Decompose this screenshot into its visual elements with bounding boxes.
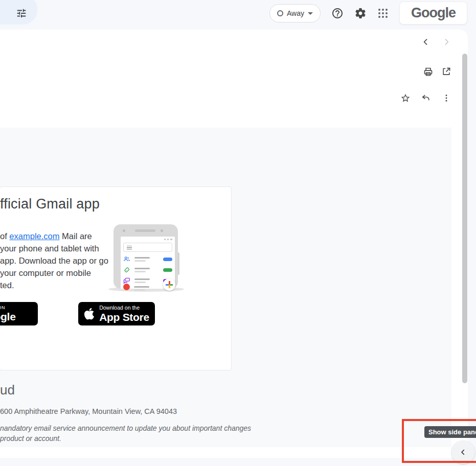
play-badge-main-text: Google Play xyxy=(0,311,38,335)
status-away-dropdown[interactable]: Away xyxy=(269,4,321,22)
phone-illustration xyxy=(111,224,183,294)
print-button[interactable] xyxy=(420,63,436,80)
phone-speaker-bar xyxy=(135,229,155,232)
row-text-lines xyxy=(134,268,150,272)
paragraph-line: your computer or mobile xyxy=(0,267,108,279)
row-text-lines xyxy=(134,286,149,291)
red-dot-icon xyxy=(123,284,130,290)
google-logo: Google xyxy=(411,5,456,21)
line1-pre: of xyxy=(0,231,9,241)
multicolor-plus-icon xyxy=(166,281,173,288)
footer-note-line: nandatory email service announcement to … xyxy=(0,424,251,432)
app-store-badge[interactable]: Download on the App Store xyxy=(78,302,155,325)
footer-address: 600 Amphitheatre Parkway, Mountain View,… xyxy=(0,407,177,415)
reply-button[interactable] xyxy=(418,90,434,106)
scrollbar-thumb[interactable] xyxy=(462,54,467,383)
green-pill xyxy=(163,268,172,272)
apps-button[interactable] xyxy=(375,6,391,21)
promo-heading: fficial Gmail app xyxy=(0,196,100,212)
row-text-lines xyxy=(134,257,150,262)
star-icon xyxy=(400,93,411,103)
phone-list-row xyxy=(123,255,172,263)
appstore-badge-top-text: Download on the xyxy=(99,305,149,311)
promo-paragraph: of example.com Mail are your phone and t… xyxy=(0,230,108,291)
gmail-app-promo-card: fficial Gmail app of example.com Mail ar… xyxy=(0,187,232,370)
people-icon xyxy=(123,255,130,263)
help-button[interactable] xyxy=(330,6,345,21)
compose-fab xyxy=(163,278,175,291)
tune-icon xyxy=(16,8,27,19)
google-play-badge[interactable]: GET IT ON Google Play xyxy=(0,302,38,325)
footer-note-line: product or account. xyxy=(0,434,61,442)
paragraph-line: app. Download the app or go xyxy=(0,254,108,267)
phone-sensor-dot xyxy=(161,229,163,232)
email-html-body: fficial Gmail app of example.com Mail ar… xyxy=(0,128,451,447)
appstore-badge-main-text: App Store xyxy=(99,311,149,323)
chevron-right-icon xyxy=(442,38,450,46)
paragraph-line: your phone and tablet with xyxy=(0,242,108,254)
show-side-panel-button[interactable] xyxy=(451,440,475,464)
phone-body xyxy=(114,224,178,289)
open-in-new-icon xyxy=(441,66,451,77)
phone-search-bar xyxy=(123,243,172,252)
chevron-left-icon xyxy=(460,449,467,456)
gear-icon xyxy=(354,7,367,19)
more-options-button[interactable] xyxy=(438,90,455,106)
phone-status-icons xyxy=(164,239,172,240)
print-icon xyxy=(423,66,434,77)
newer-email-button[interactable] xyxy=(418,34,434,50)
phone-list-row xyxy=(123,266,172,274)
paragraph-line: of example.com Mail are xyxy=(0,230,108,242)
more-vert-icon xyxy=(442,94,451,103)
chevron-left-icon xyxy=(422,38,430,46)
label-tag-icon xyxy=(123,266,130,273)
older-email-button-disabled[interactable] xyxy=(438,34,455,50)
line1-post: Mail are xyxy=(59,231,92,241)
play-badge-top-text: GET IT ON xyxy=(0,305,38,310)
email-reading-pane: fficial Gmail app of example.com Mail ar… xyxy=(0,30,468,458)
apple-logo-icon xyxy=(84,307,95,320)
status-label: Away xyxy=(287,9,304,17)
star-button[interactable] xyxy=(397,90,414,106)
status-circle-icon xyxy=(277,10,283,16)
phone-list-row xyxy=(123,281,172,291)
help-icon xyxy=(331,7,344,19)
open-in-new-button[interactable] xyxy=(438,63,455,80)
side-panel-tooltip: Show side panel xyxy=(424,426,476,438)
reply-icon xyxy=(421,93,431,103)
phone-screen xyxy=(121,237,175,289)
footer-brand-text: ud xyxy=(0,382,15,398)
phone-camera-dot xyxy=(123,229,125,232)
example-com-link[interactable]: example.com xyxy=(9,231,59,241)
search-options-button[interactable] xyxy=(14,7,29,20)
apps-grid-icon xyxy=(377,7,389,19)
settings-button[interactable] xyxy=(353,6,368,21)
hamburger-menu-icon xyxy=(127,246,132,250)
google-logo-card[interactable]: Google xyxy=(399,2,467,25)
paragraph-line: ted. xyxy=(0,279,108,291)
blue-pill xyxy=(163,258,172,261)
chevron-down-icon xyxy=(308,12,313,15)
